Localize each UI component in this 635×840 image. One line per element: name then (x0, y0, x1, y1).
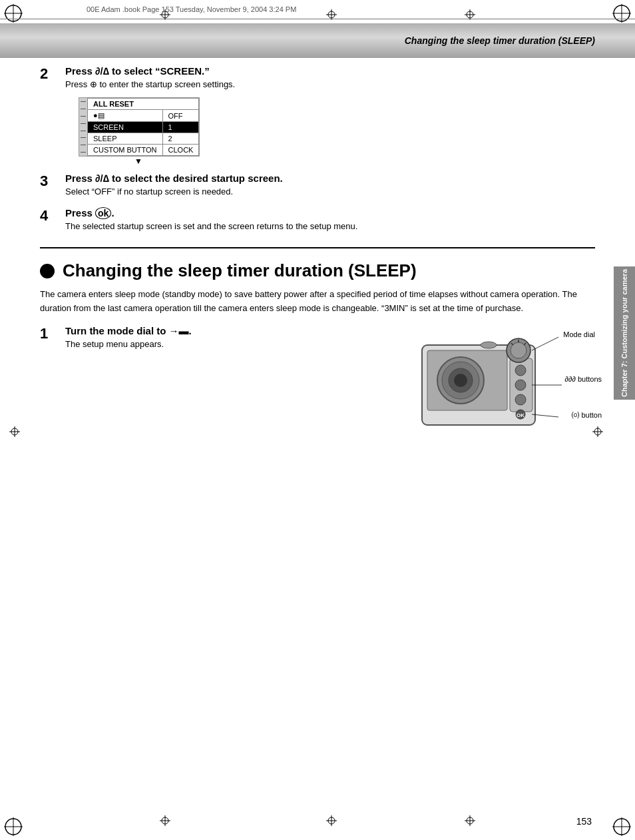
crosshair-left-mid (9, 426, 20, 439)
menu-cell-screen: SCREEN (88, 122, 163, 133)
step-3-number: 3 (40, 173, 60, 190)
step-1-number: 1 (40, 325, 60, 342)
step-1-content: Turn the mode dial to →▬. The setup menu… (65, 325, 402, 353)
menu-cell-off: OFF (162, 110, 199, 122)
header-line (0, 19, 635, 19)
menu-tick-bar (79, 98, 87, 156)
camera-svg-wrapper: OK Mode dial ∂∂∂ buttons ⒪ button (415, 325, 595, 440)
section-bullet (40, 264, 55, 278)
camera-illustration-area: OK Mode dial ∂∂∂ buttons ⒪ button (415, 325, 595, 440)
leader-lines-svg (415, 325, 575, 438)
menu-row-allreset: ALL RESET (88, 99, 199, 110)
step-3: 3 Press ∂/∆ to select the desired startu… (40, 173, 595, 201)
step-1: 1 Turn the mode dial to →▬. The setup me… (40, 325, 402, 353)
section-2-title: Changing the sleep timer duration (SLEEP… (63, 260, 417, 281)
chapter-side-tab: Chapter 7: Customizing your camera (614, 266, 635, 400)
step-4-title: Press ok. (65, 207, 595, 218)
step-1-title: Turn the mode dial to →▬. (65, 325, 402, 336)
section-2-heading: Changing the sleep timer duration (SLEEP… (40, 260, 595, 281)
step-1-left: 1 Turn the mode dial to →▬. The setup me… (40, 325, 402, 360)
menu-cell-sleep: SLEEP (88, 133, 163, 145)
step-2-desc: Press ⊕ to enter the startup screen sett… (65, 79, 595, 89)
section-divider (40, 247, 595, 248)
step-1-with-image: 1 Turn the mode dial to →▬. The setup me… (40, 325, 595, 440)
step-3-content: Press ∂/∆ to select the desired startup … (65, 173, 595, 201)
reg-mark-bl (3, 816, 24, 837)
menu-cell-screen-val: 1 (162, 122, 199, 133)
step-2-title: Press ∂/∆ to select “SCREEN.” (65, 65, 595, 77)
crosshair-top-right (465, 9, 475, 22)
reg-mark-tr (611, 3, 632, 24)
step-2: 2 Press ∂/∆ to select “SCREEN.” Press ⊕ … (40, 65, 595, 166)
step-2-number: 2 (40, 65, 60, 83)
menu-row-screen: SCREEN 1 (88, 122, 199, 133)
menu-cell-sleep-val: 2 (162, 133, 199, 145)
page-number: 153 (576, 816, 592, 827)
step-4-number: 4 (40, 207, 60, 224)
step-3-title: Press ∂/∆ to select the desired startup … (65, 173, 595, 184)
reg-mark-tl (3, 3, 24, 24)
ok-button-label: ⒪ button (572, 410, 602, 420)
chapter-side-tab-text: Chapter 7: Customizing your camera (620, 269, 628, 397)
main-content: 2 Press ∂/∆ to select “SCREEN.” Press ⊕ … (40, 59, 595, 800)
step-4: 4 Press ok. The selected startup screen … (40, 207, 595, 235)
menu-row-sleep: SLEEP 2 (88, 133, 199, 145)
menu-screenshot: ALL RESET ●▤ OFF SCREEN 1 SLEEP 2 (79, 93, 595, 166)
menu-table: ALL RESET ●▤ OFF SCREEN 1 SLEEP 2 (87, 98, 199, 156)
crosshair-top-mid (326, 9, 337, 22)
step-3-desc: Select “OFF” if no startup screen is nee… (65, 187, 595, 197)
crosshair-right-mid (592, 426, 603, 439)
header-meta: 00E Adam .book Page 153 Tuesday, Novembe… (87, 5, 296, 13)
chapter-banner: Changing the sleep timer duration (SLEEP… (0, 23, 635, 58)
menu-box: ALL RESET ●▤ OFF SCREEN 1 SLEEP 2 (79, 97, 200, 157)
step-4-content: Press ok. The selected startup screen is… (65, 207, 595, 235)
svg-line-48 (532, 337, 558, 350)
banner-title: Changing the sleep timer duration (SLEEP… (405, 35, 595, 46)
section-2-body: The camera enters sleep mode (standby mo… (40, 288, 595, 316)
reg-mark-br (611, 816, 632, 837)
crosshair-bottom-mid (326, 815, 337, 828)
step-2-content: Press ∂/∆ to select “SCREEN.” Press ⊕ to… (65, 65, 595, 166)
crosshair-bottom-right (465, 815, 475, 828)
menu-cell-allreset: ALL RESET (88, 99, 199, 110)
menu-cell-clock: CLOCK (162, 145, 199, 156)
menu-arrow-down: ▼ (79, 157, 198, 166)
step-1-desc: The setup menu appears. (65, 339, 402, 349)
svg-line-50 (532, 414, 558, 417)
menu-cell-custom: CUSTOM BUTTON (88, 145, 163, 156)
crosshair-bottom-left (160, 815, 170, 828)
menu-row-custom: CUSTOM BUTTON CLOCK (88, 145, 199, 156)
menu-cell-icon: ●▤ (88, 110, 163, 122)
step-4-desc: The selected startup screen is set and t… (65, 221, 595, 231)
menu-row-icon: ●▤ OFF (88, 110, 199, 122)
